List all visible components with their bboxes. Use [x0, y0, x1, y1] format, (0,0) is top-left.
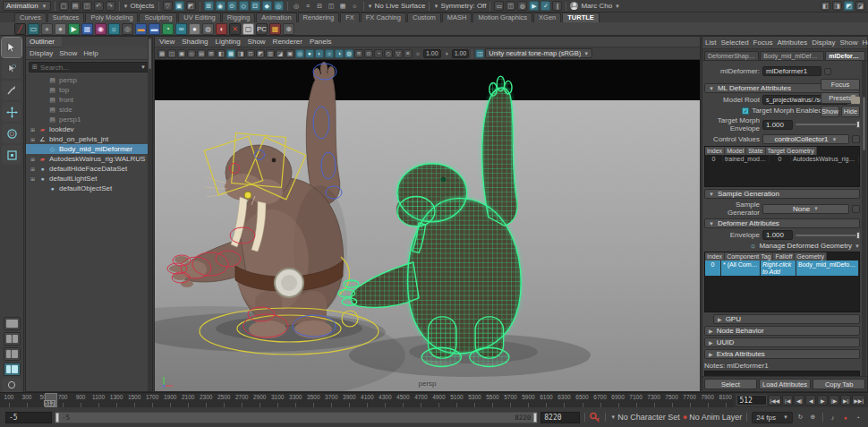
resolution-gate-icon[interactable]: ⊡ [246, 49, 255, 58]
step-back-frame-button[interactable]: |◀ [782, 395, 793, 406]
gamma-field[interactable]: 1.00 [452, 49, 470, 58]
multisample-icon[interactable]: ⊙ [364, 49, 373, 58]
shelf-half-disc-icon[interactable]: ◍ [202, 23, 214, 35]
shelf-cube-icon[interactable]: ▦ [81, 23, 93, 35]
footer-button[interactable]: Load Attributes [759, 379, 812, 389]
snap-to-point-icon[interactable]: ⊙ [227, 1, 237, 11]
outliner-item-lookdev[interactable]: ⊞ ▰ lookdev [26, 124, 152, 134]
use-all-lights-icon[interactable]: ☼ [325, 49, 334, 58]
motion-blur-icon[interactable]: ≋ [354, 49, 363, 58]
viewport-canvas[interactable]: persp [155, 60, 700, 391]
depth-of-field-icon[interactable]: ◔ [374, 49, 383, 58]
snap-to-view-plane-icon[interactable]: ⊡ [251, 1, 260, 11]
shelf-panel-icon[interactable]: ▬ [149, 23, 160, 35]
outliner-search[interactable]: ⊞ ▼ [29, 62, 149, 73]
section-sample-generation[interactable]: ▼ Sample Generation [704, 189, 860, 199]
field-chart-icon[interactable]: ▥ [266, 49, 275, 58]
record-icon[interactable]: ● [840, 413, 850, 423]
shelf-disc-icon[interactable]: ◎ [122, 23, 133, 35]
column-header[interactable]: Index [705, 252, 725, 260]
auto-keyframe-icon[interactable] [590, 412, 600, 423]
toggle-xgen-icon[interactable]: ✓ [540, 1, 550, 11]
attribute-editor-tab[interactable]: Body_mid_mlDeformerShapeOrig1 [760, 51, 824, 60]
notes-textarea[interactable] [704, 371, 860, 376]
viewport-menu-item[interactable]: Lighting [216, 38, 241, 46]
lasso-tool[interactable] [2, 59, 21, 79]
outliner-item-bind-on-pelvis-jnt[interactable]: ⊞ ∠ bind_on_pelvis_jnt [26, 134, 152, 144]
expand-toggle[interactable]: ⊞ [30, 175, 36, 182]
outliner-scrollbar[interactable] [148, 37, 152, 391]
playback-loop-icon[interactable]: ↻ [796, 413, 805, 423]
bookmarks-icon[interactable]: ◎ [187, 49, 196, 58]
shelf-tab[interactable]: FX Caching [361, 13, 406, 22]
render-settings-icon[interactable]: ◫ [327, 1, 336, 11]
snap-to-projected-center-icon[interactable]: ◇ [239, 1, 249, 11]
collapsed-section-bar[interactable]: ▶ Node Behavior [704, 326, 860, 336]
render-frame-icon[interactable]: ▦ [338, 1, 348, 11]
footer-button[interactable]: Copy Tab [813, 379, 865, 389]
fps-dropdown[interactable]: 24 fps ▼ [752, 412, 793, 423]
select-component-mask-icon[interactable]: ◩ [186, 1, 196, 11]
hide-button[interactable]: Hide [841, 106, 860, 117]
tone-map-dropdown[interactable]: Unity neutral tone-map (sRGB) ▼ [485, 48, 592, 58]
new-scene-icon[interactable]: ▢ [59, 1, 69, 11]
lock-checkbox[interactable] [824, 68, 831, 75]
column-header[interactable]: Index [705, 147, 725, 155]
step-back-key-button[interactable]: ◀| [794, 395, 804, 406]
attribute-editor-tab[interactable]: mlDeformer1 [825, 51, 865, 60]
open-scene-icon[interactable]: ▤ [71, 1, 81, 11]
attribute-editor-menu-item[interactable]: Show [839, 38, 857, 47]
current-time-marker[interactable]: 512 [45, 393, 57, 407]
outliner-item-side[interactable]: ▤ side [26, 105, 152, 115]
shadows-icon[interactable]: ◑ [335, 49, 344, 58]
attribute-editor-menu-item[interactable]: Help [862, 38, 868, 47]
shelf-tab[interactable]: Sculpting [139, 13, 177, 22]
viewport-menu-item[interactable]: Shading [182, 38, 208, 46]
snap-to-grid-icon[interactable]: ⊞ [204, 1, 214, 11]
gate-mask-icon[interactable]: ◩ [256, 49, 265, 58]
select-object-mask-icon[interactable]: ▣ [174, 1, 184, 11]
camera-attributes-icon[interactable]: ▣ [177, 49, 186, 58]
shelf-shaded-sphere-icon[interactable]: ● [55, 23, 66, 35]
connection-box-icon[interactable] [852, 205, 860, 213]
connection-box-icon[interactable] [852, 135, 860, 143]
expand-toggle[interactable]: ⊞ [30, 156, 36, 162]
anim-layer-dropdown[interactable]: ● No Anim Layer [683, 413, 742, 422]
model-table-row[interactable]: 0 trained_model_002 0 AutodeskWalrus_rig… [705, 155, 859, 163]
shelf-sphere-icon[interactable]: ● [41, 23, 53, 35]
character-controls-toggle[interactable]: ◨ [832, 1, 842, 11]
save-scene-icon[interactable]: ◫ [82, 1, 92, 11]
shelf-tab[interactable]: Motion Graphics [472, 13, 532, 22]
exposure-icon[interactable]: ☼ [413, 49, 422, 58]
output-connections-icon[interactable]: ≡ [303, 1, 313, 11]
textured-icon[interactable]: ◐ [315, 49, 324, 58]
color-management-icon[interactable]: ◫ [475, 49, 484, 58]
outliner-item-default-hide-face-data-set[interactable]: ⊞ ● defaultHideFaceDataSet [26, 164, 152, 174]
viewport-menu-item[interactable]: Panels [310, 38, 331, 46]
lock-camera-icon[interactable]: ◫ [167, 49, 176, 58]
layout-four-pane-button[interactable] [4, 332, 21, 346]
shelf-tab[interactable]: MASH [442, 13, 472, 22]
redo-icon[interactable]: ↷ [106, 1, 115, 11]
rotate-tool[interactable] [2, 124, 21, 143]
play-backwards-button[interactable]: ◀ [805, 395, 816, 406]
shelf-tab[interactable]: Surfaces [47, 13, 85, 22]
shelf-open-box-icon[interactable]: ▢ [243, 23, 254, 35]
screen-space-ao-icon[interactable]: ◍ [345, 49, 353, 58]
attribute-editor-menu-item[interactable]: Selected [720, 38, 748, 47]
modeling-toolkit-toggle[interactable]: ◧ [821, 1, 830, 11]
menu-set-dropdown[interactable]: Animation ▼ [3, 1, 51, 11]
shelf-texture-icon[interactable]: ▦ [269, 23, 281, 35]
target-morph-checkbox[interactable]: ✓ [742, 107, 749, 115]
shelf-tab[interactable]: XGen [533, 13, 561, 22]
paint-select-tool[interactable] [2, 81, 21, 100]
shelf-tab[interactable]: Poly Modeling [85, 13, 138, 22]
show-button[interactable]: Show [821, 106, 839, 117]
outliner-item-persp1[interactable]: ▤ persp1 [26, 115, 152, 124]
expand-toggle[interactable]: ⊞ [30, 126, 36, 132]
attribute-editor-toggle[interactable]: ◩ [844, 1, 854, 11]
shelf-tab[interactable]: Custom [407, 13, 441, 22]
safe-title-icon[interactable]: ▣ [285, 49, 294, 58]
isolate-select-icon[interactable]: ◇ [384, 49, 393, 58]
attribute-editor-tab[interactable]: DeformerShapeOrig [704, 51, 759, 60]
